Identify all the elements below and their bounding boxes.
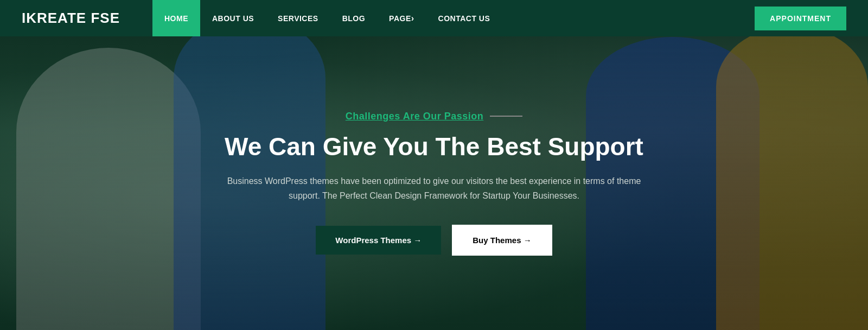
hero-description: Business WordPress themes have been opti…	[222, 174, 646, 203]
hero-section: Challenges Are Our Passion We Can Give Y…	[0, 0, 868, 330]
nav-item-blog[interactable]: BLOG	[330, 0, 377, 36]
buy-themes-button[interactable]: Buy Themes →	[452, 225, 552, 256]
hero-buttons: WordPress Themes → Buy Themes →	[316, 225, 552, 256]
nav-item-contact[interactable]: CONTACT US	[426, 0, 502, 36]
main-nav: HOME ABOUT US SERVICES BLOG PAGE CONTACT…	[152, 0, 846, 36]
nav-item-home[interactable]: HOME	[152, 0, 200, 36]
nav-item-about[interactable]: ABOUT US	[200, 0, 266, 36]
logo[interactable]: IKREATE FSE	[22, 10, 120, 27]
appointment-button[interactable]: APPOINTMENT	[755, 7, 846, 30]
hero-title: We Can Give You The Best Support	[225, 132, 643, 162]
hero-content: Challenges Are Our Passion We Can Give Y…	[0, 0, 868, 330]
header: IKREATE FSE HOME ABOUT US SERVICES BLOG …	[0, 0, 868, 36]
hero-tagline: Challenges Are Our Passion	[346, 111, 522, 122]
nav-item-page[interactable]: PAGE	[377, 0, 426, 36]
wordpress-themes-button[interactable]: WordPress Themes →	[316, 226, 441, 255]
nav-item-services[interactable]: SERVICES	[266, 0, 330, 36]
